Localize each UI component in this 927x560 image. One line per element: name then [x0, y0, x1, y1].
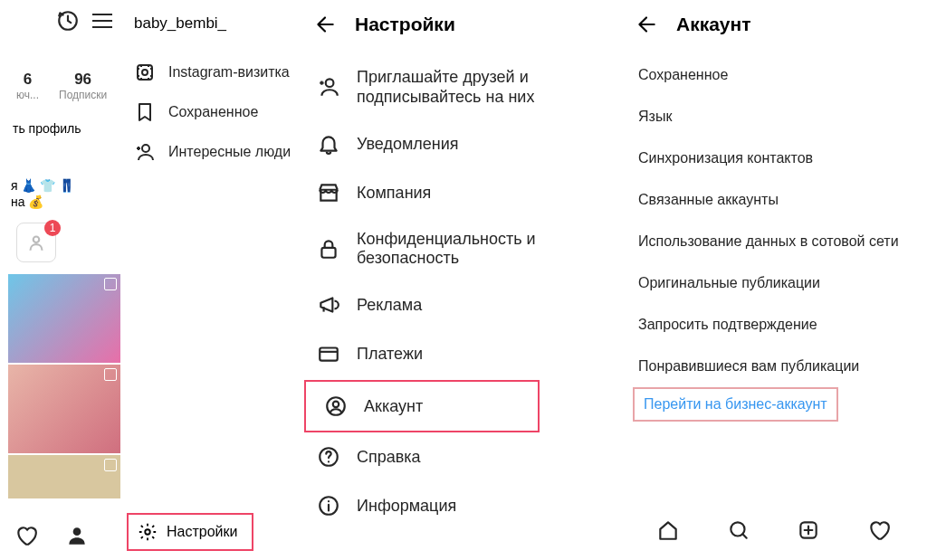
account-language[interactable]: Язык [620, 96, 927, 138]
settings-payments[interactable]: Платежи [299, 329, 620, 378]
nametag-icon [134, 62, 156, 83]
settings-invite[interactable]: Приглашайте друзей и подписывайтесь на н… [299, 54, 620, 119]
card-icon [317, 342, 340, 365]
person-icon [24, 231, 48, 254]
settings-ads[interactable]: Реклама [299, 280, 620, 329]
activity-icon[interactable] [14, 524, 38, 547]
account-saved[interactable]: Сохраненное [620, 54, 927, 96]
account-cellular[interactable]: Использование данных в сотовой сети [620, 221, 927, 262]
multi-post-icon [104, 459, 117, 471]
shop-icon [317, 181, 340, 204]
stat-subs: 96 [59, 71, 107, 89]
post-thumbnail[interactable] [7, 273, 121, 364]
add-user-icon [134, 141, 156, 163]
bookmark-icon [134, 101, 156, 123]
account-original[interactable]: Оригинальные публикации [620, 262, 927, 304]
profile-tab-icon[interactable] [65, 524, 89, 547]
account-switch-business[interactable]: Перейти на бизнес-аккаунт [633, 387, 838, 422]
add-user-icon [317, 75, 340, 99]
drawer-username: baby_bembi_ [127, 0, 299, 52]
account-liked[interactable]: Понравившиеся вам публикации [620, 346, 927, 387]
edit-profile-button[interactable]: ть профиль [7, 118, 87, 139]
post-thumbnail[interactable] [7, 364, 121, 454]
page-title: Аккаунт [676, 14, 751, 35]
bio-text: я 👗 👕 👖 на 💰 [11, 177, 74, 210]
multi-post-icon [104, 368, 117, 381]
account-verify[interactable]: Запросить подтверждение [620, 304, 927, 346]
multi-post-icon [104, 278, 117, 290]
profile-stats: 6юч... 96Подписки [16, 71, 107, 101]
drawer-settings[interactable]: Настройки [127, 513, 253, 551]
drawer-saved[interactable]: Сохраненное [127, 92, 299, 132]
home-icon[interactable] [656, 518, 680, 542]
back-button[interactable] [313, 13, 337, 36]
back-button[interactable] [635, 13, 658, 36]
help-icon [317, 445, 340, 469]
activity-icon[interactable] [867, 518, 891, 542]
post-thumbnail[interactable] [7, 454, 121, 499]
bottom-nav [620, 508, 927, 553]
notification-badge: 1 [44, 220, 61, 236]
user-icon [324, 394, 348, 418]
page-title: Настройки [355, 14, 455, 35]
account-linked[interactable]: Связанные аккаунты [620, 179, 927, 221]
side-drawer: baby_bembi_ Instagram-визитка Сохраненно… [127, 0, 299, 172]
search-icon[interactable] [727, 518, 750, 542]
archive-icon[interactable] [56, 9, 80, 33]
settings-business[interactable]: Компания [299, 168, 620, 217]
settings-notifications[interactable]: Уведомления [299, 119, 620, 168]
megaphone-icon [317, 293, 340, 317]
new-post-icon[interactable] [797, 518, 820, 542]
bell-icon [317, 132, 340, 156]
lock-icon [317, 237, 340, 261]
drawer-discover[interactable]: Интересные люди [127, 132, 299, 172]
post-grid [7, 273, 121, 499]
menu-icon[interactable] [92, 14, 112, 28]
story-highlight[interactable]: 1 [16, 223, 56, 262]
account-contacts[interactable]: Синхронизация контактов [620, 138, 927, 179]
settings-about[interactable]: Информация [299, 481, 620, 530]
settings-account[interactable]: Аккаунт [304, 380, 540, 432]
info-icon [317, 494, 340, 517]
settings-help[interactable]: Справка [299, 432, 620, 481]
stat-count: 6 [16, 71, 39, 89]
settings-privacy[interactable]: Конфиденциальность и безопасность [299, 217, 620, 280]
drawer-nametag[interactable]: Instagram-визитка [127, 52, 299, 92]
gear-icon [138, 522, 158, 542]
